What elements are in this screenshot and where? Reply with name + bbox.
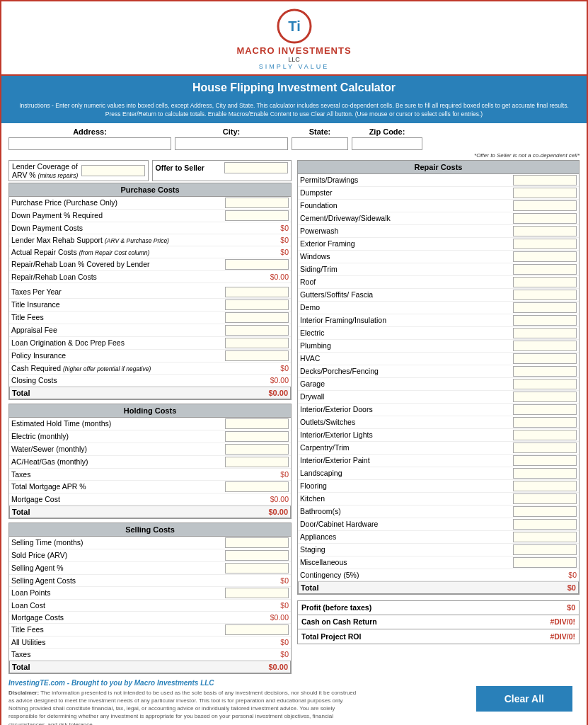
paint-input[interactable]: [513, 455, 577, 466]
state-input[interactable]: [292, 137, 348, 150]
city-input[interactable]: [175, 137, 288, 150]
table-row: Bathroom(s): [298, 506, 579, 518]
row-label: All Utilities: [11, 638, 225, 646]
down-payment-pct-input[interactable]: [225, 210, 289, 221]
gutters-input[interactable]: [513, 290, 577, 300]
electric-monthly-input[interactable]: [225, 431, 289, 442]
cash-required-value: $0: [225, 364, 289, 372]
lights-input[interactable]: [513, 430, 577, 440]
table-row: Windows: [298, 251, 579, 263]
row-label: Flooring: [300, 481, 513, 490]
hvac-input[interactable]: [513, 353, 577, 364]
repair-total-value: $0: [512, 583, 576, 592]
table-row: All Utilities $0: [9, 636, 291, 649]
row-label: Taxes Per Year: [11, 287, 225, 296]
electric-input[interactable]: [513, 328, 577, 338]
carpentry-input[interactable]: [513, 443, 577, 453]
selling-title-fees-input[interactable]: [225, 624, 289, 635]
zip-field: Zip Code:: [352, 127, 422, 150]
row-label: Mortgage Costs: [11, 613, 225, 622]
water-sewer-input[interactable]: [225, 444, 289, 455]
title-insurance-input[interactable]: [225, 299, 289, 310]
repair-total-row: Total $0: [298, 581, 579, 594]
table-row: Exterior Framing: [298, 238, 579, 251]
offer-to-seller-input[interactable]: [224, 162, 288, 173]
roof-input[interactable]: [513, 277, 577, 287]
appraisal-fee-input[interactable]: [225, 325, 289, 336]
row-label: HVAC: [300, 354, 513, 362]
siding-input[interactable]: [513, 264, 577, 275]
plumbing-input[interactable]: [513, 341, 577, 351]
mortgage-apr-input[interactable]: [225, 481, 289, 492]
down-payment-costs-value: $0: [225, 224, 289, 232]
foundation-input[interactable]: [513, 200, 577, 211]
policy-insurance-input[interactable]: [225, 350, 289, 361]
main-content: Lender Coverage of ARV % (minus repairs)…: [1, 159, 587, 675]
lender-input[interactable]: [81, 165, 145, 176]
table-row: Sold Price (ARV): [9, 549, 291, 562]
drywall-input[interactable]: [513, 392, 577, 402]
offer-to-seller-label: Offer to Seller: [156, 164, 204, 172]
table-row: Miscellaneous: [298, 556, 579, 569]
permits-input[interactable]: [513, 175, 577, 185]
row-label: Actual Repair Costs (from Repair Cost co…: [11, 248, 225, 256]
powerwash-input[interactable]: [513, 226, 577, 236]
row-label: Appraisal Fee: [11, 326, 225, 334]
zip-label: Zip Code:: [352, 127, 422, 136]
table-row: Taxes Per Year: [9, 286, 291, 299]
table-row: Purchase Price (Purchase Only): [9, 197, 291, 210]
purchase-price-input[interactable]: [225, 198, 289, 208]
selling-header: Selling Costs: [8, 523, 292, 537]
loan-points-input[interactable]: [225, 588, 289, 598]
kitchen-input[interactable]: [513, 493, 577, 504]
table-row: Door/Cabinet Hardware: [298, 518, 579, 531]
selling-agent-pct-input[interactable]: [225, 563, 289, 573]
hold-time-input[interactable]: [225, 418, 289, 429]
door-hardware-input[interactable]: [513, 519, 577, 530]
title-fees-input[interactable]: [225, 312, 289, 323]
landscaping-input[interactable]: [513, 468, 577, 479]
cement-input[interactable]: [513, 213, 577, 224]
row-label: Electric (monthly): [11, 432, 225, 440]
zip-input[interactable]: [352, 137, 422, 150]
row-label: Interior/Exterior Doors: [300, 405, 513, 413]
profit-before-taxes-row: Profit (before taxes) $0: [298, 601, 579, 615]
table-row: Appliances: [298, 531, 579, 544]
outlets-input[interactable]: [513, 417, 577, 428]
logo-container: Ti MACRO INVESTMENTS LLC SIMPLY VALUE: [1, 8, 587, 70]
row-label: Permits/Drawings: [300, 176, 513, 184]
demo-input[interactable]: [513, 302, 577, 313]
misc-input[interactable]: [513, 557, 577, 568]
address-input[interactable]: [8, 137, 171, 150]
row-label: Taxes: [11, 470, 225, 479]
row-label: Title Fees: [11, 313, 225, 321]
row-label: Loan Cost: [11, 601, 225, 610]
exterior-framing-input[interactable]: [513, 239, 577, 249]
taxes-per-year-input[interactable]: [225, 287, 289, 297]
flooring-input[interactable]: [513, 481, 577, 491]
loan-orig-fees-input[interactable]: [225, 338, 289, 348]
address-label: Address:: [8, 127, 171, 136]
repair-section: Repair Costs Permits/Drawings Dumpster F…: [297, 160, 580, 595]
table-row: Loan Cost $0: [9, 600, 291, 612]
appliances-input[interactable]: [513, 532, 577, 542]
windows-input[interactable]: [513, 251, 577, 262]
row-label: Interior Framing/Insulation: [300, 316, 513, 324]
purchase-total-label: Total: [12, 389, 30, 397]
bathroom-input[interactable]: [513, 506, 577, 517]
interior-framing-input[interactable]: [513, 315, 577, 326]
company-name: MACRO INVESTMENTS: [236, 45, 351, 56]
repair-rehab-pct-input[interactable]: [225, 259, 289, 270]
svg-text:Ti: Ti: [288, 18, 300, 34]
garage-input[interactable]: [513, 379, 577, 389]
doors-input[interactable]: [513, 404, 577, 415]
staging-input[interactable]: [513, 544, 577, 555]
sold-price-input[interactable]: [225, 550, 289, 561]
right-panel: Repair Costs Permits/Drawings Dumpster F…: [297, 160, 580, 674]
row-label: Kitchen: [300, 494, 513, 503]
dumpster-input[interactable]: [513, 188, 577, 198]
decks-input[interactable]: [513, 366, 577, 377]
selling-time-input[interactable]: [225, 537, 289, 548]
clear-all-button[interactable]: Clear All: [476, 686, 572, 712]
ac-heat-gas-input[interactable]: [225, 457, 289, 467]
